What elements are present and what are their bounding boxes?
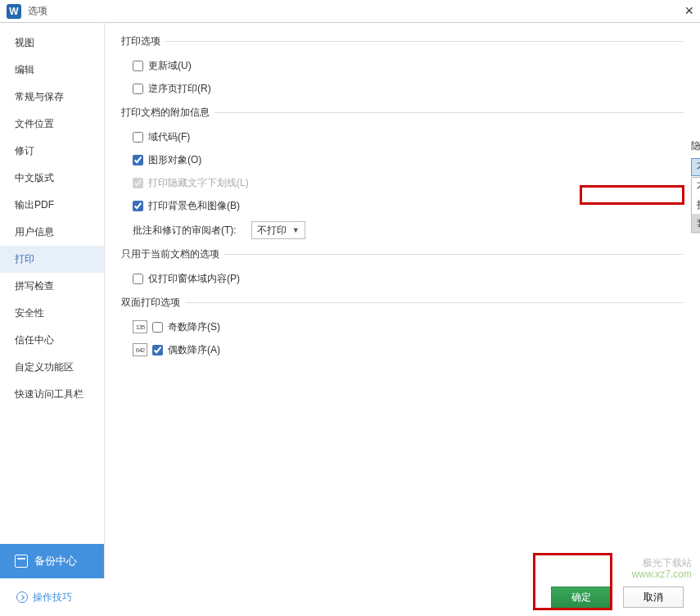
info-icon	[16, 591, 28, 603]
sidebar-item-view[interactable]: 视图	[0, 29, 104, 57]
sidebar-item-output-pdf[interactable]: 输出PDF	[0, 192, 104, 219]
sidebar-item-print[interactable]: 打印	[0, 246, 104, 273]
checkbox-odd-desc-input[interactable]	[152, 322, 163, 333]
sidebar: 视图 编辑 常规与保存 文件位置 修订 中文版式 输出PDF 用户信息 打印 拼…	[0, 23, 105, 578]
group-duplex: 双面打印选项	[121, 296, 684, 310]
checkbox-background-input[interactable]	[133, 201, 143, 211]
checkbox-drawing-objects-input[interactable]	[133, 155, 143, 165]
hidden-text-select-value: 不打印隐藏文字	[697, 161, 700, 174]
sidebar-item-cjk-layout[interactable]: 中文版式	[0, 165, 104, 192]
checkbox-update-fields-label: 更新域(U)	[148, 59, 192, 73]
checkbox-background-label: 打印背景色和图像(B)	[148, 199, 240, 213]
sidebar-item-custom-ribbon[interactable]: 自定义功能区	[0, 354, 104, 381]
checkbox-form-only-input[interactable]	[133, 274, 143, 284]
checkbox-drawing-objects[interactable]: 图形对象(O)	[133, 153, 201, 167]
sidebar-item-edit[interactable]: 编辑	[0, 57, 104, 84]
checkbox-form-only-label: 仅打印窗体域内容(P)	[148, 272, 240, 286]
app-icon: W	[7, 4, 21, 19]
tips-link[interactable]: 操作技巧	[16, 591, 72, 605]
checkbox-even-desc-label: 偶数降序(A)	[168, 343, 220, 357]
sidebar-item-general-save[interactable]: 常规与保存	[0, 84, 104, 111]
sidebar-item-revision[interactable]: 修订	[0, 138, 104, 165]
backup-center-button[interactable]: 备份中心	[0, 544, 104, 578]
checkbox-update-fields-input[interactable]	[133, 61, 143, 71]
checkbox-field-codes-label: 域代码(F)	[148, 130, 190, 144]
checkbox-update-fields[interactable]: 更新域(U)	[133, 59, 192, 73]
checkbox-reverse-pages-input[interactable]	[133, 84, 143, 94]
sidebar-item-user-info[interactable]: 用户信息	[0, 219, 104, 246]
close-icon[interactable]: ×	[684, 2, 693, 20]
hidden-text-select[interactable]: 不打印隐藏文字 ▼	[691, 158, 700, 176]
backup-center-label: 备份中心	[34, 554, 77, 568]
sidebar-item-spellcheck[interactable]: 拼写检查	[0, 273, 104, 300]
sidebar-item-trust-center[interactable]: 信任中心	[0, 327, 104, 354]
reviewer-select-value: 不打印	[257, 224, 287, 238]
cancel-button[interactable]: 取消	[623, 587, 684, 608]
reviewer-label: 批注和修订的审阅者(T):	[133, 224, 237, 238]
sidebar-item-security[interactable]: 安全性	[0, 300, 104, 327]
hidden-text-label: 隐藏文字(I):	[691, 139, 700, 153]
even-pages-icon: 642	[133, 343, 147, 356]
chevron-down-icon: ▼	[292, 226, 300, 234]
group-additional-info: 打印文档的附加信息	[121, 106, 684, 120]
window-title: 选项	[28, 4, 47, 18]
group-current-doc: 只用于当前文档的选项	[121, 247, 684, 261]
checkbox-odd-desc-label: 奇数降序(S)	[168, 320, 220, 334]
checkbox-odd-desc[interactable]: 奇数降序(S)	[152, 320, 220, 334]
checkbox-reverse-pages-label: 逆序页打印(R)	[148, 82, 211, 96]
tips-label: 操作技巧	[33, 591, 72, 605]
dialog-footer: 操作技巧 确定 取消	[0, 578, 700, 616]
checkbox-hidden-underline-label: 打印隐藏文字下划线(L)	[148, 176, 249, 190]
checkbox-hidden-underline-input	[133, 178, 143, 188]
checkbox-drawing-objects-label: 图形对象(O)	[148, 153, 201, 167]
checkbox-form-only[interactable]: 仅打印窗体域内容(P)	[133, 272, 240, 286]
checkbox-background[interactable]: 打印背景色和图像(B)	[133, 199, 240, 213]
checkbox-field-codes-input[interactable]	[133, 132, 143, 143]
content-panel: 打印选项 更新域(U) 逆序页打印(R) 打印文档的附加信息 域代码(F)	[105, 23, 700, 578]
checkbox-field-codes[interactable]: 域代码(F)	[133, 130, 190, 144]
hidden-text-option-1[interactable]: 打印隐藏文字	[692, 196, 700, 214]
backup-icon	[15, 555, 28, 568]
sidebar-item-file-locations[interactable]: 文件位置	[0, 111, 104, 138]
sidebar-item-quick-access[interactable]: 快速访问工具栏	[0, 381, 104, 408]
checkbox-even-desc[interactable]: 偶数降序(A)	[152, 343, 220, 357]
hidden-text-dropdown: 不打印隐藏文字 打印隐藏文字 套打隐藏文字	[691, 177, 700, 233]
checkbox-hidden-underline: 打印隐藏文字下划线(L)	[133, 176, 249, 190]
title-bar: W 选项 ×	[0, 0, 700, 23]
hidden-text-option-0[interactable]: 不打印隐藏文字	[692, 178, 700, 196]
checkbox-even-desc-input[interactable]	[152, 345, 163, 356]
checkbox-reverse-pages[interactable]: 逆序页打印(R)	[133, 82, 211, 96]
hidden-text-option-2[interactable]: 套打隐藏文字	[692, 214, 700, 232]
ok-button[interactable]: 确定	[551, 587, 612, 608]
group-print-options: 打印选项	[121, 34, 684, 48]
hidden-text-column: 隐藏文字(I): 不打印隐藏文字 ▼ 不打印隐藏文字 打印隐藏文字 套打隐藏文字	[691, 139, 700, 233]
reviewer-select[interactable]: 不打印 ▼	[251, 221, 305, 239]
odd-pages-icon: 135	[133, 320, 147, 333]
